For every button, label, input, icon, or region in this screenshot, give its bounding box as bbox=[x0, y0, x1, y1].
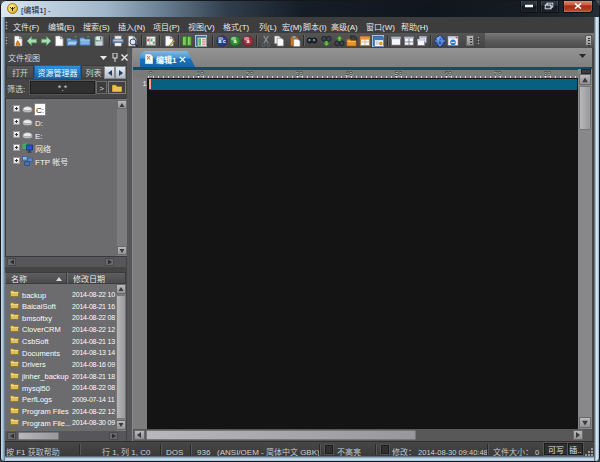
svg-text:a c: a c bbox=[218, 38, 226, 44]
